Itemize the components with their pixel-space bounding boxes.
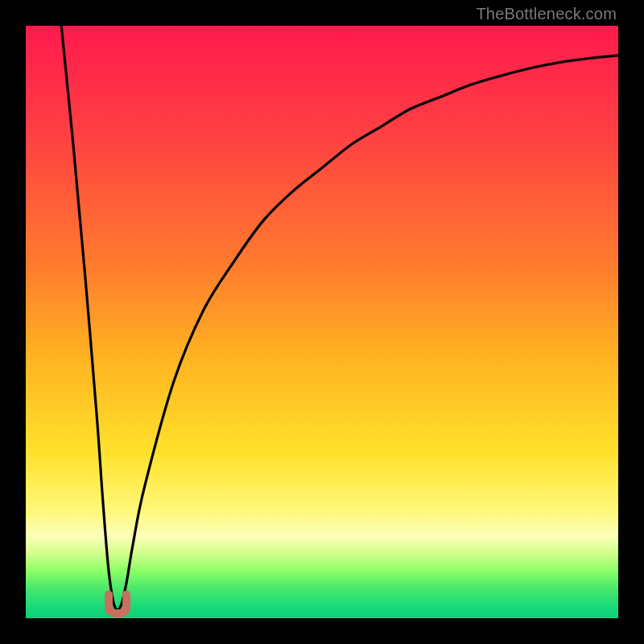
curve-layer [26, 26, 618, 618]
minimum-marker [109, 595, 126, 613]
plot-area [26, 26, 618, 618]
chart-frame: TheBottleneck.com [0, 0, 644, 644]
watermark-text: TheBottleneck.com [476, 5, 617, 23]
bottleneck-curve [61, 26, 618, 610]
